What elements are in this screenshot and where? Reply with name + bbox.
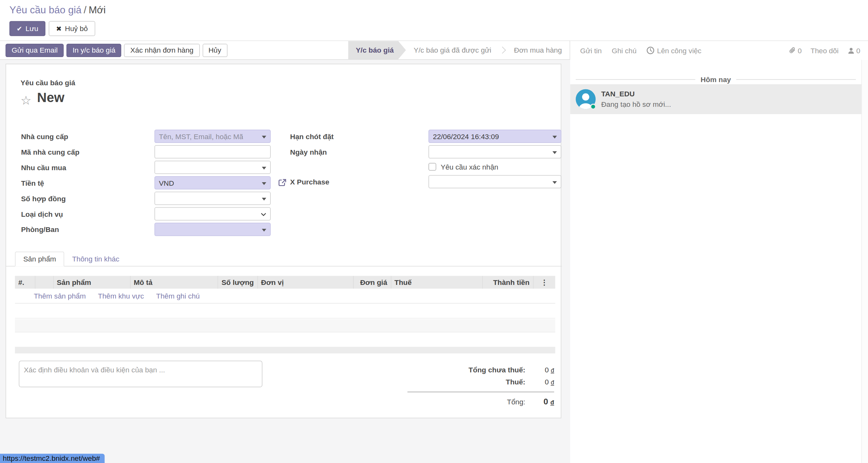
dropdown-caret-icon[interactable] (262, 229, 266, 232)
stage-rfq[interactable]: Y/c báo giá (348, 41, 406, 59)
empty-row (15, 333, 555, 347)
col-index[interactable]: #. (15, 276, 35, 289)
favorite-star-icon[interactable]: ☆ (21, 95, 31, 107)
dropdown-caret-icon[interactable] (262, 182, 266, 185)
field-row-supplier-code: Mã nhà cung cấp (21, 145, 275, 158)
order-deadline-field[interactable]: 22/06/2024 16:43:09 (429, 129, 561, 143)
form-sheet: Yêu cầu báo giá ☆ New Nhà cung cấp Tên, … (5, 64, 561, 418)
untaxed-total-value: 0 đ (525, 366, 554, 374)
browser-status-url: https://testmc2.bnidx.net/web# (0, 454, 104, 463)
untaxed-total-label: Tổng chưa thuế: (469, 366, 525, 374)
message-author[interactable]: TAN_EDU (601, 90, 671, 98)
control-panel: Yêu cầu báo giá/Mới ✔ Lưu ✖ Huỷ bỏ (0, 0, 868, 40)
save-button[interactable]: ✔ Lưu (9, 21, 45, 36)
dropdown-caret-icon[interactable] (262, 198, 266, 201)
message-body: TAN_EDU Đang tạo hồ sơ mới... (601, 89, 671, 109)
supplier-field[interactable]: Tên, MST, Email, hoặc Mã (155, 129, 271, 143)
send-message-button[interactable]: Gửi tin (580, 46, 602, 55)
confirm-checkbox[interactable] (429, 163, 436, 171)
stage-purchase-order[interactable]: Đơn mua hàng (506, 41, 569, 59)
add-note-link[interactable]: Thêm ghi chú (156, 292, 200, 300)
chatter-message[interactable]: TAN_EDU Đang tạo hồ sơ mới... (570, 84, 861, 114)
contract-number-field[interactable] (155, 192, 271, 205)
attachment-count: 0 (798, 46, 802, 55)
tab-products[interactable]: Sản phẩm (15, 252, 64, 266)
dropdown-caret-icon[interactable] (553, 136, 557, 139)
department-field[interactable] (155, 223, 271, 236)
external-link-icon[interactable] (278, 178, 287, 187)
field-row-supplier: Nhà cung cấp Tên, MST, Email, hoặc Mã (21, 129, 275, 143)
chatter-panel: Hôm nay TAN_EDU Đang tạo hồ sơ mới... (570, 60, 861, 463)
purchase-need-label: Nhu cầu mua (21, 163, 154, 171)
dropdown-caret-icon[interactable] (553, 181, 557, 184)
log-note-button[interactable]: Ghi chú (612, 46, 637, 55)
cancel-button[interactable]: Hủy (203, 44, 227, 57)
confirm-order-button[interactable]: Xác nhận đơn hàng (124, 44, 199, 57)
breadcrumb-parent-link[interactable]: Yêu cầu báo giá (9, 4, 82, 16)
breadcrumb: Yêu cầu báo giá/Mới (9, 4, 106, 16)
grand-total-value: 0 đ (525, 397, 554, 406)
check-icon: ✔ (17, 25, 22, 32)
x-purchase-label: X Purchase (290, 177, 429, 186)
print-rfq-button[interactable]: In y/c báo giá (66, 44, 122, 57)
col-description[interactable]: Mô tả (130, 276, 218, 289)
grand-total-label: Tổng: (507, 398, 525, 406)
field-grid: Nhà cung cấp Tên, MST, Email, hoặc Mã Mã… (6, 129, 562, 238)
service-type-select[interactable] (155, 207, 271, 221)
col-product[interactable]: Sản phẩm (53, 276, 130, 289)
tab-other-info[interactable]: Thông tin khác (64, 252, 127, 266)
statusbar-actions: Gửi qua Email In y/c báo giá Xác nhận đơ… (0, 44, 227, 57)
table-add-links: Thêm sản phẩm Thêm khu vực Thêm ghi chú (15, 289, 555, 303)
add-section-link[interactable]: Thêm khu vực (98, 292, 144, 300)
supplier-code-field[interactable] (155, 145, 271, 158)
discard-button[interactable]: ✖ Huỷ bỏ (49, 21, 95, 36)
col-quantity[interactable]: Số lượng (218, 276, 257, 289)
paperclip-icon (789, 47, 796, 54)
avatar[interactable] (576, 89, 596, 109)
follow-button[interactable]: Theo dõi (811, 46, 839, 55)
chatter-toolbar: Gửi tin Ghi chú Lên công việc 0 Theo dõi… (570, 40, 868, 60)
col-unit-price[interactable]: Đơn giá (353, 276, 391, 289)
attachments-button[interactable]: 0 (789, 46, 802, 55)
x-purchase-field[interactable] (429, 175, 561, 188)
currency-field[interactable]: VND (155, 176, 271, 190)
breadcrumb-current: Mới (89, 4, 106, 16)
notebook-tabs: Sản phẩm Thông tin khác (6, 252, 562, 266)
order-deadline-value: 22/06/2024 16:43:09 (433, 132, 499, 140)
add-product-link[interactable]: Thêm sản phẩm (34, 292, 86, 300)
totals-panel: Tổng chưa thuế: 0 đ Thuế: 0 đ Tổng: 0 đ (399, 366, 554, 410)
field-row-x-purchase: X Purchase (290, 175, 562, 188)
column-options-icon[interactable]: ⋮ (533, 276, 555, 289)
order-deadline-label: Hạn chót đặt (290, 132, 429, 140)
schedule-activity-button[interactable]: Lên công việc (647, 46, 702, 55)
record-buttons: ✔ Lưu ✖ Huỷ bỏ (9, 21, 95, 36)
followers-button[interactable]: 0 (847, 46, 860, 55)
scrollbar-track[interactable] (861, 60, 868, 463)
supplier-code-label: Mã nhà cung cấp (21, 148, 154, 156)
stage-rfq-sent[interactable]: Y/c báo giá đã được gửi (406, 41, 499, 59)
dropdown-caret-icon[interactable] (262, 167, 266, 170)
date-divider: Hôm nay (576, 76, 856, 84)
purchase-need-field[interactable] (155, 161, 271, 174)
confirm-checkbox-label: Yêu cầu xác nhận (440, 163, 498, 171)
field-row-currency: Tiền tệ VND (21, 176, 275, 190)
record-name: New (37, 90, 64, 105)
contract-number-label: Số hợp đồng (21, 194, 154, 203)
statusbar: Gửi qua Email In y/c báo giá Xác nhận đơ… (0, 40, 570, 60)
dropdown-caret-icon[interactable] (262, 136, 266, 139)
grand-total-row: Tổng: 0 đ (399, 397, 554, 406)
col-taxes[interactable]: Thuế (391, 276, 482, 289)
chatter-toolbar-right: 0 Theo dõi 0 (789, 46, 868, 55)
x-purchase-label-text: X Purchase (290, 177, 329, 186)
col-subtotal[interactable]: Thành tiền (482, 276, 533, 289)
field-row-order-deadline: Hạn chót đặt 22/06/2024 16:43:09 (290, 129, 562, 143)
tax-total-label: Thuế: (506, 378, 525, 386)
field-row-receipt-date: Ngày nhận (290, 145, 562, 158)
col-uom[interactable]: Đơn vị (257, 276, 353, 289)
dropdown-caret-icon[interactable] (553, 151, 557, 154)
field-row-service-type: Loại dịch vụ (21, 207, 275, 221)
receipt-date-field[interactable] (429, 145, 561, 158)
table-footer-band (15, 347, 555, 353)
send-email-button[interactable]: Gửi qua Email (5, 44, 64, 57)
terms-notes-input[interactable] (19, 360, 262, 387)
